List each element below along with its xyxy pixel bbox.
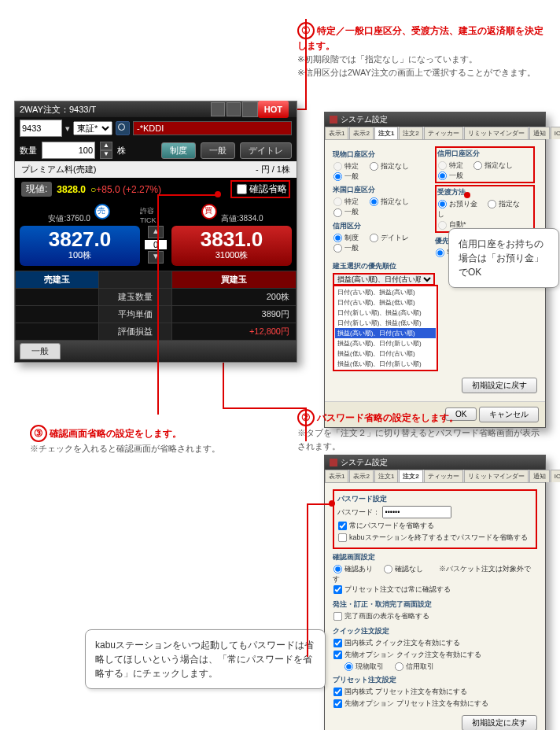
buy-qty: 31000株 bbox=[171, 249, 292, 261]
tab-表示1[interactable]: 表示1 bbox=[325, 470, 348, 482]
skip-confirm-checkbox[interactable] bbox=[237, 184, 247, 194]
tab-表示2[interactable]: 表示2 bbox=[349, 127, 373, 139]
tab-リミットマインダー[interactable]: リミットマインダー bbox=[464, 127, 529, 139]
priority-option[interactable]: 損益(低い順)、日付(新しい順) bbox=[335, 359, 436, 369]
tab-リミットマインダー[interactable]: リミットマインダー bbox=[464, 470, 529, 482]
stock-code-input[interactable] bbox=[20, 120, 62, 137]
hot-badge[interactable]: HOT bbox=[258, 101, 289, 118]
btn-daytrade[interactable]: デイトレ bbox=[240, 142, 292, 159]
r-conf-yes[interactable] bbox=[333, 565, 342, 573]
r-uk-none[interactable] bbox=[488, 200, 496, 208]
priority-option[interactable]: 日付(古い順)、損益(低い順) bbox=[335, 297, 436, 308]
tab-ティッカー[interactable]: ティッカー bbox=[424, 127, 463, 139]
current-value: 3828.0 bbox=[57, 184, 86, 195]
callout-1-note2: ※信用区分は2WAY注文の画面上で選択することができます。 bbox=[297, 68, 536, 77]
buy-button[interactable]: 3831.0 31000株 bbox=[171, 226, 292, 266]
r-yu-sor[interactable] bbox=[436, 248, 444, 256]
r-gen-none[interactable] bbox=[369, 162, 378, 171]
password-input[interactable] bbox=[382, 506, 451, 518]
r-gen-ippan[interactable] bbox=[333, 172, 342, 181]
qty-up-icon[interactable]: ▲ bbox=[100, 142, 112, 150]
tooltip-1: 信用口座をお持ちの場合は「お預り金」でOK bbox=[448, 228, 559, 288]
r-sh-none[interactable] bbox=[473, 161, 482, 170]
r-uk-oazukari[interactable] bbox=[438, 200, 447, 208]
chk-preset-futop[interactable] bbox=[333, 699, 342, 708]
tab-通知[interactable]: 通知 bbox=[529, 470, 550, 482]
r-sh-tokutei[interactable] bbox=[438, 161, 447, 170]
sell-button[interactable]: 3827.0 100株 bbox=[20, 226, 140, 266]
row-avg-val: 3890円 bbox=[172, 306, 297, 323]
help-icon[interactable] bbox=[211, 102, 225, 116]
btn-seido[interactable]: 制度 bbox=[161, 142, 196, 159]
tab-表示2[interactable]: 表示2 bbox=[349, 470, 373, 482]
tooltip-2: kabuステーションをいつ起動してもパスワードは省略してほしいという場合は、「常… bbox=[85, 629, 326, 689]
tab-ティッカー[interactable]: ティッカー bbox=[424, 470, 463, 482]
twoway-titlebar: 2WAY注文：9433/T HOT bbox=[15, 101, 297, 117]
grp-pw: パスワード設定 bbox=[337, 494, 532, 504]
foot-tab[interactable]: 一般 bbox=[20, 343, 61, 359]
grp-preset: プリセット注文設定 bbox=[333, 675, 537, 685]
callout-2-title: パスワード省略の設定をします。 bbox=[317, 412, 459, 423]
tab-注文2[interactable]: 注文2 bbox=[399, 127, 422, 139]
r-quick-genbutsu[interactable] bbox=[344, 662, 353, 671]
order-priority-select[interactable]: 損益(高い順)、日付(古い順) bbox=[333, 273, 435, 286]
priority-option[interactable]: 損益(低い順)、日付(古い順) bbox=[335, 348, 436, 359]
unit-label: 株 bbox=[117, 145, 126, 157]
priority-option[interactable]: 損益(高い順)、日付(新しい順) bbox=[335, 338, 436, 348]
tick-up-icon[interactable]: ▲ bbox=[148, 226, 164, 238]
tab-注文1[interactable]: 注文1 bbox=[374, 470, 398, 482]
r-us-tokutei[interactable] bbox=[333, 197, 342, 206]
r-us-none[interactable] bbox=[369, 197, 378, 206]
qty-label: 数量 bbox=[20, 145, 37, 157]
current-label: 現値: bbox=[21, 182, 52, 197]
tick-value: 0 bbox=[145, 240, 167, 249]
gear-icon[interactable] bbox=[242, 101, 258, 117]
chk-skip-exec[interactable] bbox=[333, 612, 342, 621]
callout-2-num: ② bbox=[297, 409, 315, 426]
r-gen-tokutei[interactable] bbox=[333, 162, 342, 171]
chk-preset-confirm[interactable] bbox=[333, 585, 342, 594]
r-uk-auto[interactable] bbox=[438, 220, 447, 229]
tab-注文1[interactable]: 注文1 bbox=[374, 127, 398, 139]
twoway-title: 2WAY注文：9433/T bbox=[20, 101, 209, 117]
r-quick-shinyo[interactable] bbox=[394, 662, 403, 671]
row-qty-val: 200株 bbox=[172, 289, 297, 306]
chk-preset-stock[interactable] bbox=[333, 688, 342, 696]
row-avg-label: 平均単価 bbox=[99, 306, 172, 323]
chk-until-exit-skip-pw[interactable] bbox=[338, 533, 347, 542]
priority-option[interactable]: 日付(新しい順)、損益(高い順) bbox=[335, 308, 436, 318]
reset-button[interactable]: 初期設定に戻す bbox=[462, 378, 537, 393]
code-down-icon[interactable]: ▾ bbox=[65, 124, 70, 134]
th-buy: 買建玉 bbox=[172, 271, 297, 289]
btn-ippan[interactable]: 一般 bbox=[201, 142, 235, 159]
tab-IC指値[interactable]: IC指値 bbox=[551, 470, 560, 482]
buy-price: 3831.0 bbox=[171, 229, 292, 249]
grp-genbutsu: 現物口座区分 bbox=[333, 149, 433, 160]
order-priority-options[interactable]: 日付(古い順)、損益(高い順)日付(古い順)、損益(低い順)日付(新しい順)、損… bbox=[333, 285, 438, 371]
premium-label: プレミアム料(売建) bbox=[21, 164, 96, 175]
chk-quick-stock[interactable] bbox=[333, 639, 342, 647]
pin-icon[interactable] bbox=[227, 102, 241, 116]
search-icon[interactable] bbox=[116, 121, 130, 135]
market-select[interactable]: 東証* bbox=[73, 121, 112, 135]
reset-button-2[interactable]: 初期設定に戻す bbox=[462, 715, 537, 730]
tab-表示1[interactable]: 表示1 bbox=[325, 127, 348, 139]
chk-quick-futop[interactable] bbox=[333, 651, 342, 659]
r-us-ippan[interactable] bbox=[333, 208, 342, 216]
r-sk-ippan[interactable] bbox=[333, 244, 342, 253]
tab-通知[interactable]: 通知 bbox=[529, 127, 550, 139]
qty-input[interactable] bbox=[42, 142, 95, 159]
qty-down-icon[interactable]: ▼ bbox=[100, 150, 112, 159]
tab-IC指値[interactable]: IC指値 bbox=[551, 127, 560, 139]
premium-value: - 円 / 1株 bbox=[256, 164, 290, 175]
r-conf-no[interactable] bbox=[383, 565, 392, 573]
tab-注文2[interactable]: 注文2 bbox=[399, 470, 422, 482]
r-sk-daytrade[interactable] bbox=[369, 234, 378, 242]
tick-down-icon[interactable]: ▼ bbox=[148, 251, 164, 264]
priority-option[interactable]: 日付(古い順)、損益(高い順) bbox=[335, 287, 436, 297]
r-sk-seido[interactable] bbox=[333, 234, 342, 242]
r-sh-ippan[interactable] bbox=[438, 171, 447, 180]
chk-always-skip-pw[interactable] bbox=[338, 522, 347, 530]
priority-option[interactable]: 損益(高い順)、日付(古い順) bbox=[335, 328, 436, 338]
priority-option[interactable]: 日付(新しい順)、損益(低い順) bbox=[335, 318, 436, 328]
